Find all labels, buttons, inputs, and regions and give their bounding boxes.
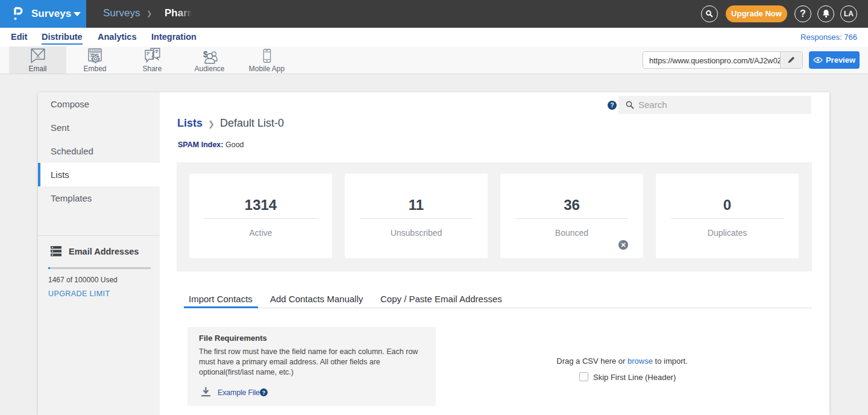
svg-text:?: ? [262,390,266,396]
svg-text:?: ? [610,102,614,109]
